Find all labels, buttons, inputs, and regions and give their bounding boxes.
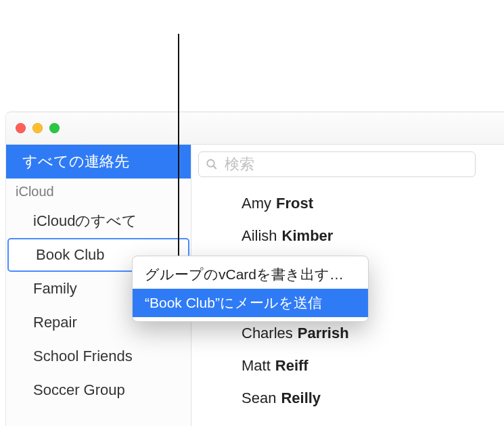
contact-first-name: Matt (242, 357, 271, 375)
sidebar-item-school-friends[interactable]: School Friends (6, 339, 191, 373)
contact-last-name: Parrish (298, 325, 349, 342)
contact-last-name: Frost (276, 195, 313, 212)
menu-item-export-group-vcard[interactable]: グループのvCardを書き出す… (133, 260, 368, 289)
contact-last-name: Reilly (281, 389, 321, 407)
search-icon (206, 158, 218, 170)
contact-first-name: Ailish (242, 227, 277, 245)
minimize-window-button[interactable] (32, 123, 43, 133)
close-window-button[interactable] (16, 123, 26, 133)
sidebar-account-header: iCloud (6, 179, 191, 204)
contact-last-name: Reiff (275, 357, 308, 375)
contact-last-name: Kimber (282, 227, 334, 245)
contact-first-name: Charles (242, 325, 293, 342)
search-wrap (191, 145, 504, 183)
sidebar-item-icloud-all[interactable]: iCloudのすべて (6, 204, 191, 238)
contact-first-name: Sean (242, 389, 276, 407)
list-item[interactable]: Matt Reiff (242, 357, 504, 389)
sidebar-item-soccer-group[interactable]: Soccer Group (6, 373, 191, 407)
svg-point-0 (207, 160, 214, 167)
context-menu: グループのvCardを書き出す… “Book Club”にメールを送信 (132, 256, 369, 322)
zoom-window-button[interactable] (49, 123, 60, 133)
svg-line-1 (213, 166, 216, 169)
search-field[interactable] (198, 151, 476, 177)
search-input[interactable] (223, 155, 468, 174)
sidebar-item-all-contacts[interactable]: すべての連絡先 (6, 145, 191, 179)
list-item[interactable]: Charles Parrish (242, 325, 504, 357)
traffic-lights (16, 123, 60, 133)
contact-first-name: Amy (242, 195, 271, 212)
menu-item-send-email-to-group[interactable]: “Book Club”にメールを送信 (133, 289, 368, 317)
list-item[interactable]: Amy Frost (242, 195, 504, 227)
list-item[interactable]: Sean Reilly (242, 389, 504, 422)
callout-line (178, 34, 179, 270)
list-item[interactable]: Ailish Kimber (242, 227, 504, 260)
window-titlebar (6, 112, 504, 145)
